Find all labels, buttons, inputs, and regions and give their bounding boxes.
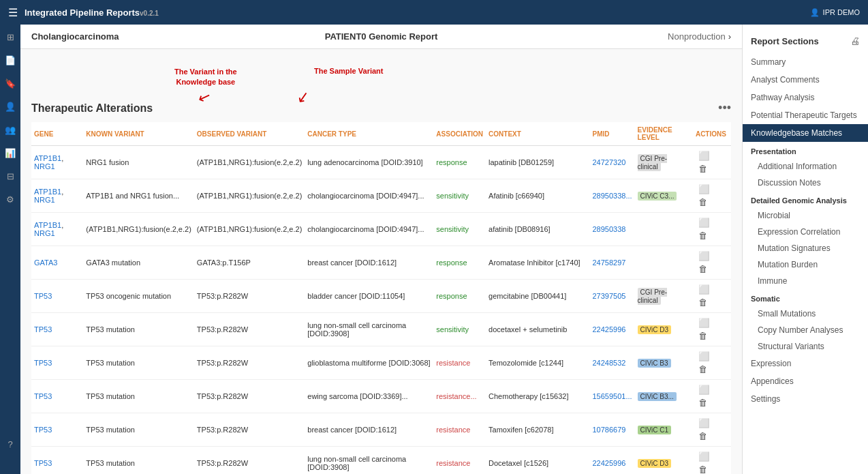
sidebar-subitem-mutation-signatures[interactable]: Mutation Signatures: [743, 240, 868, 256]
nav-icon-8[interactable]: ⚙: [3, 192, 17, 206]
cell-known-variant: TP53 mutation: [83, 447, 193, 475]
copy-action-btn[interactable]: ⬜: [697, 316, 711, 329]
nav-icon-3[interactable]: 🔖: [3, 76, 17, 90]
delete-action-btn[interactable]: 🗑: [697, 329, 709, 342]
table-row: GATA3 GATA3 mutation GATA3:p.T156P breas…: [31, 246, 731, 280]
delete-action-btn[interactable]: 🗑: [697, 263, 709, 276]
gene-link[interactable]: TP53: [34, 459, 52, 467]
cell-cancer-type: bladder cancer [DOID:11054]: [305, 280, 433, 313]
sidebar-subitem-immune[interactable]: Immune: [743, 273, 868, 289]
th-evidence: Evidence Level: [635, 122, 693, 146]
gene-link[interactable]: TP53: [34, 292, 52, 300]
copy-action-btn[interactable]: ⬜: [697, 283, 711, 296]
nav-icon-6[interactable]: 📊: [3, 146, 17, 160]
th-context: Context: [486, 122, 589, 146]
copy-action-btn[interactable]: ⬜: [697, 183, 711, 196]
cell-observed-variant: TP53:p.R282W: [194, 313, 305, 346]
cell-cancer-type: lung non-small cell carcinoma [DOID:3908…: [305, 313, 433, 346]
sidebar-item-pathway-analysis[interactable]: Pathway Analysis: [743, 89, 868, 106]
cell-observed-variant: (ATP1B1,NRG1):fusion(e.2,e.2): [194, 213, 305, 246]
gene-link[interactable]: TP53: [34, 426, 52, 434]
gene-link[interactable]: TP53: [34, 392, 52, 400]
gene-link[interactable]: GATA3: [34, 258, 57, 267]
copy-action-btn[interactable]: ⬜: [697, 450, 711, 463]
copy-action-btn[interactable]: ⬜: [697, 250, 711, 263]
table-row: TP53 TP53 mutation TP53:p.R282W glioblas…: [31, 346, 731, 380]
therapeutic-table: Gene Known Variant Observed Variant Canc…: [31, 122, 731, 474]
cell-gene: TP53: [31, 380, 83, 413]
sidebar-subitem-copy-number-analyses[interactable]: Copy Number Analyses: [743, 322, 868, 338]
cell-context: Temozolomide [c1244]: [486, 346, 589, 380]
sidebar-item-summary[interactable]: Summary: [743, 53, 868, 71]
sidebar-subitem-additional-information[interactable]: Additional Information: [743, 158, 868, 175]
cell-context: Aromatase Inhibitor [c1740]: [486, 246, 589, 280]
copy-action-btn[interactable]: ⬜: [697, 149, 711, 162]
gene-link[interactable]: TP53: [34, 325, 52, 334]
nav-icon-2[interactable]: 📄: [3, 53, 17, 67]
cell-evidence: CIViC B3...: [635, 380, 693, 413]
gene-link[interactable]: NRG1: [34, 162, 55, 171]
right-sidebar-header: Report Sections 🖨: [743, 31, 868, 50]
cell-context: afatinib [DB08916]: [486, 213, 589, 246]
gene-link[interactable]: ATP1B1: [34, 188, 61, 196]
gene-link[interactable]: TP53: [34, 359, 52, 367]
sidebar-item-settings[interactable]: Settings: [743, 390, 868, 408]
copy-action-btn[interactable]: ⬜: [697, 216, 711, 229]
main-layout: ⊞ 📄 🔖 👤 👥 📊 ⊟ ⚙ ? Cholangiocarcinoma PAT…: [0, 25, 868, 474]
nav-icon-help[interactable]: ?: [3, 437, 17, 451]
delete-action-btn[interactable]: 🗑: [697, 463, 709, 474]
th-gene: Gene: [31, 122, 83, 146]
delete-action-btn[interactable]: 🗑: [697, 396, 709, 409]
cell-known-variant: NRG1 fusion: [83, 146, 193, 179]
delete-action-btn[interactable]: 🗑: [697, 229, 709, 242]
nav-icon-5[interactable]: 👥: [3, 123, 17, 136]
delete-action-btn[interactable]: 🗑: [697, 296, 709, 309]
cell-context: Docetaxel [c1526]: [486, 447, 589, 475]
sidebar-subitem-microbial[interactable]: Microbial: [743, 207, 868, 224]
evidence-badge: CIViC D3: [638, 325, 672, 334]
user-label: IPR DEMO: [823, 8, 860, 16]
sidebar-item-knowledgebase-matches[interactable]: Knowledgebase Matches: [743, 124, 868, 142]
sidebar-subitem-expression-correlation[interactable]: Expression Correlation: [743, 224, 868, 240]
sidebar-subitem-structural-variants[interactable]: Structural Variants: [743, 338, 868, 355]
nav-icon-4[interactable]: 👤: [3, 100, 17, 113]
copy-action-btn[interactable]: ⬜: [697, 417, 711, 430]
gene-link[interactable]: ATP1B1: [34, 221, 61, 229]
delete-action-btn[interactable]: 🗑: [697, 430, 709, 443]
cell-cancer-type: breast cancer [DOID:1612]: [305, 246, 433, 280]
table-row: ATP1B1, NRG1 ATP1B1 and NRG1 fusion... (…: [31, 179, 731, 213]
annotation-text-sample-variant: The Sample Variant: [314, 67, 383, 75]
cell-observed-variant: TP53:p.R282W: [194, 380, 305, 413]
report-right-title: Nonproduction ›: [556, 31, 731, 42]
sidebar-item-potential-therapeutic-targets[interactable]: Potential Therapeutic Targets: [743, 106, 868, 124]
gene-link[interactable]: NRG1: [34, 229, 55, 237]
gene-link[interactable]: ATP1B1: [34, 154, 61, 162]
sidebar-subitem-mutation-burden[interactable]: Mutation Burden: [743, 256, 868, 273]
delete-action-btn[interactable]: 🗑: [697, 196, 709, 209]
hamburger-icon[interactable]: ☰: [8, 6, 18, 19]
copy-action-btn[interactable]: ⬜: [697, 350, 711, 363]
chevron-right-icon[interactable]: ›: [728, 31, 731, 42]
gene-link[interactable]: NRG1: [34, 196, 55, 204]
cell-evidence: CIViC C1: [635, 413, 693, 447]
print-icon[interactable]: 🖨: [850, 35, 860, 46]
sidebar-item-expression[interactable]: Expression: [743, 355, 868, 372]
cell-evidence: CIViC D3: [635, 313, 693, 346]
delete-action-btn[interactable]: 🗑: [697, 363, 709, 376]
nav-icon-1[interactable]: ⊞: [3, 30, 17, 44]
sidebar-subitem-small-mutations[interactable]: Small Mutations: [743, 306, 868, 322]
main-scroll: The Variant in theKnowledge base The Sam…: [20, 49, 742, 474]
cell-actions: ⬜ 🗑: [693, 447, 731, 475]
cell-actions: ⬜ 🗑: [693, 380, 731, 413]
copy-action-btn[interactable]: ⬜: [697, 383, 711, 396]
delete-action-btn[interactable]: 🗑: [697, 162, 709, 175]
cell-evidence: CGI Pre-clinical: [635, 280, 693, 313]
therapeutic-table-header-row: Gene Known Variant Observed Variant Canc…: [31, 122, 731, 146]
table-row: TP53 TP53 mutation TP53:p.R282W breast c…: [31, 413, 731, 447]
sidebar-item-appendices[interactable]: Appendices: [743, 372, 868, 390]
cell-pmid: 28950338: [589, 213, 634, 246]
nav-icon-7[interactable]: ⊟: [3, 169, 17, 183]
sidebar-item-analyst-comments[interactable]: Analyst Comments: [743, 71, 868, 89]
sidebar-subitem-discussion-notes[interactable]: Discussion Notes: [743, 175, 868, 191]
cell-pmid: 28950338...: [589, 179, 634, 213]
